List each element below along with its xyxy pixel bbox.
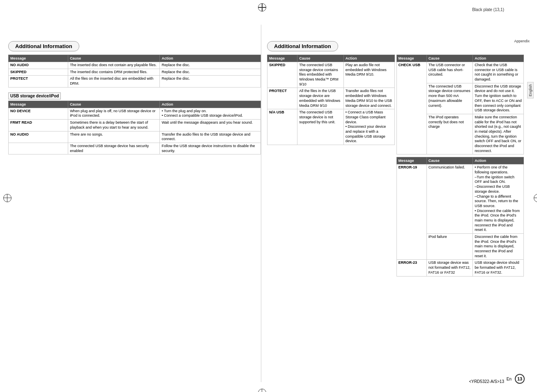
cause-check-usb-1: The USB connector or USB cable has short… xyxy=(426,62,473,83)
th-message-r2: Message xyxy=(396,55,426,62)
action-check-usb-3: Make sure the connection cable for the i… xyxy=(473,114,524,154)
error-table: Message Cause Action ERROR-19 Communicat… xyxy=(396,157,524,276)
th-action-r1: Action xyxy=(343,55,394,62)
cause-error-19: Communication failed. xyxy=(426,164,473,234)
cause-protect-disc: All the files on the inserted disc are e… xyxy=(68,76,160,87)
cause-check-usb-3: The iPod operates correctly but does not… xyxy=(426,114,473,154)
action-ipod-failure: Disconnect the cable from the iPod. Once… xyxy=(473,234,524,260)
cause-security: The connected USB storage device has sec… xyxy=(68,143,160,154)
usb-messages-table-right: Message Cause Action SKIPPED The connect… xyxy=(267,55,395,145)
th-message-1: Message xyxy=(9,55,68,62)
th-cause-r2: Cause xyxy=(426,55,473,62)
cause-no-audio-disc: The inserted disc does not contain any p… xyxy=(68,62,160,69)
table-row: SKIPPED The connected USB storage device… xyxy=(267,62,395,88)
msg-no-audio-disc: NO AUDIO xyxy=(9,62,68,69)
action-no-audio-disc: Replace the disc. xyxy=(160,62,261,69)
action-skipped-disc: Replace the disc. xyxy=(160,69,261,76)
right-section: Additional Information Message Cause Act… xyxy=(267,41,524,279)
msg-protect-disc: PROTECT xyxy=(9,76,68,87)
action-skipped-usb: Play an audio file not embedded with Win… xyxy=(343,62,394,88)
th-action-r3: Action xyxy=(473,157,524,164)
action-frmt-read: Wait until the message disappears and yo… xyxy=(160,120,261,131)
th-action-2: Action xyxy=(160,101,261,108)
right-section-title: Additional Information xyxy=(267,41,338,51)
action-na-usb: • Connect a USB Mass Storage Class compl… xyxy=(343,109,394,145)
table-row: The connected USB storage device has sec… xyxy=(9,143,261,154)
th-cause-2: Cause xyxy=(68,101,160,108)
msg-no-device: NO DEVICE xyxy=(9,108,68,119)
plate-info: Black plate (13,1) xyxy=(472,7,504,12)
action-check-usb-1: Check that the USB connector or USB cabl… xyxy=(473,62,524,83)
bottom-code: <YRD5322-A/S>13 xyxy=(469,379,504,384)
page-indicator: En 13 xyxy=(507,374,525,384)
table-row: NO DEVICE When plug and play is off, no … xyxy=(9,108,261,119)
action-error-23: USB storage device should be formatted w… xyxy=(473,260,524,276)
msg-check-usb: CHECK USB xyxy=(396,62,426,154)
msg-error-19: ERROR-19 xyxy=(396,164,426,260)
right-col-left: Message Cause Action SKIPPED The connect… xyxy=(267,55,395,279)
th-message-r3: Message xyxy=(396,157,426,164)
table-row: N/A USB The connected USB storage device… xyxy=(267,109,395,145)
cause-protect-usb: All the files in the USB storage device … xyxy=(297,88,344,109)
disc-messages-table: Message Cause Action NO AUDIO The insert… xyxy=(8,55,261,88)
action-error-19: • Perform one of the following operation… xyxy=(473,164,524,234)
action-protect-usb: Transfer audio files not embedded with W… xyxy=(343,88,394,109)
msg-skipped-disc: SKIPPED xyxy=(9,69,68,76)
cause-na-usb: The connected USB storage device is not … xyxy=(297,109,344,145)
cause-no-audio-usb: There are no songs. xyxy=(68,131,160,143)
left-section: Additional Information Message Cause Act… xyxy=(8,41,261,157)
cause-skipped-usb: The connected USB storage device contain… xyxy=(297,62,344,88)
cause-skipped-disc: The inserted disc contains DRM protected… xyxy=(68,69,160,76)
cause-error-23: USB storage device was not formatted wit… xyxy=(426,260,473,276)
table-row: PROTECT All the files on the inserted di… xyxy=(9,76,261,87)
usb-messages-table: Message Cause Action NO DEVICE When plug… xyxy=(8,101,261,155)
table-row: SKIPPED The inserted disc contains DRM p… xyxy=(9,69,261,76)
cause-no-device: When plug and play is off, no USB storag… xyxy=(68,108,160,119)
center-divider xyxy=(261,25,261,382)
en-label: En xyxy=(507,377,512,381)
action-security: Follow the USB storage device instructio… xyxy=(160,143,261,154)
cause-check-usb-2: The connected USB storage device consume… xyxy=(426,83,473,114)
table-row: NO AUDIO The inserted disc does not cont… xyxy=(9,62,261,69)
msg-frmt-read: FRMT READ xyxy=(9,120,68,131)
cause-ipod-failure: iPod failure xyxy=(426,234,473,260)
th-cause-1: Cause xyxy=(68,55,160,62)
table-row: NO AUDIO There are no songs. Transfer th… xyxy=(9,131,261,143)
table-row: CHECK USB The USB connector or USB cable… xyxy=(396,62,524,83)
th-cause-r3: Cause xyxy=(426,157,473,164)
cause-frmt-read: Sometimes there is a delay between the s… xyxy=(68,120,160,131)
msg-error-23: ERROR-23 xyxy=(396,260,426,276)
table-row: ERROR-23 USB storage device was not form… xyxy=(396,260,524,276)
msg-na-usb: N/A USB xyxy=(267,109,297,145)
th-action-r2: Action xyxy=(473,55,524,62)
action-no-device: • Turn the plug and play on.• Connect a … xyxy=(160,108,261,119)
th-message-2: Message xyxy=(9,101,68,108)
table-row: ERROR-19 Communication failed. • Perform… xyxy=(396,164,524,234)
left-section-title: Additional Information xyxy=(8,41,79,51)
usb-section-title: USB storage device/iPod xyxy=(8,92,61,99)
msg-empty-1 xyxy=(9,143,68,154)
th-message-r1: Message xyxy=(267,55,297,62)
table-row: PROTECT All the files in the USB storage… xyxy=(267,88,395,109)
right-col-right: Message Cause Action CHECK USB The USB c… xyxy=(396,55,524,279)
th-cause-r1: Cause xyxy=(297,55,344,62)
check-usb-table: Message Cause Action CHECK USB The USB c… xyxy=(396,55,524,154)
msg-skipped-usb: SKIPPED xyxy=(267,62,297,88)
right-two-col: Message Cause Action SKIPPED The connect… xyxy=(267,55,524,279)
page-number: 13 xyxy=(515,374,525,384)
action-no-audio-usb: Transfer the audio files to the USB stor… xyxy=(160,131,261,143)
action-check-usb-2: Disconnect the USB storage device and do… xyxy=(473,83,524,114)
action-protect-disc: Replace the disc. xyxy=(160,76,261,87)
english-label: English xyxy=(527,82,534,99)
th-action-1: Action xyxy=(160,55,261,62)
table-row: FRMT READ Sometimes there is a delay bet… xyxy=(9,120,261,131)
msg-no-audio-usb: NO AUDIO xyxy=(9,131,68,143)
msg-protect-usb: PROTECT xyxy=(267,88,297,109)
